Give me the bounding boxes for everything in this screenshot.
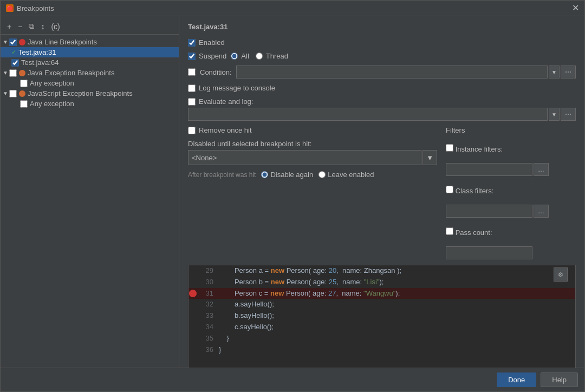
pass-count-input[interactable] [446, 246, 532, 259]
class-filter-btn[interactable]: … [534, 205, 549, 218]
line-content-30: Person b = new Person( age: 25, name: "L… [219, 277, 575, 288]
item-label-test31: Test.java:31 [18, 48, 56, 56]
condition-input[interactable] [236, 66, 548, 79]
filters-title: Filters [446, 126, 576, 134]
suspend-thread-input[interactable] [256, 53, 263, 60]
condition-options-btn[interactable]: ⋯ [561, 66, 576, 79]
log-message-label[interactable]: Log message to console [188, 84, 275, 92]
enabled-row: Enabled [188, 38, 576, 47]
main-content: + − ⧉ ↕ (c) ▼ Java Line Breakpoints ✓ Te… [1, 16, 584, 368]
pass-count-text: Pass count: [456, 228, 492, 237]
evaluate-checkbox[interactable] [188, 98, 196, 106]
enabled-checkbox[interactable] [188, 39, 196, 47]
suspend-all-input[interactable] [231, 53, 238, 60]
item-label-any-ex1: Any exception [30, 79, 74, 87]
group-checkbox-java-exception[interactable] [9, 69, 17, 77]
evaluate-input[interactable] [188, 108, 548, 121]
close-button[interactable]: ✕ [572, 4, 579, 12]
suspend-all-radio[interactable]: All [231, 52, 249, 60]
line-content-32: a.sayHello(); [219, 299, 575, 310]
code-line-34: 34 c.sayHello(); [188, 322, 575, 333]
tree-item-any-ex2[interactable]: Any exception [1, 99, 179, 109]
group-checkbox-java-line[interactable] [9, 38, 17, 46]
class-filter-text: Class filters: [456, 187, 494, 195]
condition-dropdown-btn[interactable]: ▼ [549, 66, 560, 79]
group-checkbox-js-exception[interactable] [9, 90, 17, 97]
condition-checkbox[interactable] [188, 68, 196, 76]
after-hit-row: After breakpoint was hit Disable again L… [188, 171, 437, 179]
remove-once-label[interactable]: Remove once hit [188, 126, 252, 134]
log-message-text: Log message to console [199, 84, 275, 92]
line-content-35: } [219, 333, 575, 344]
evaluate-options-btn[interactable]: ⋯ [561, 108, 576, 121]
line-num-31: 31 [197, 288, 219, 299]
suspend-checkbox[interactable] [188, 53, 196, 60]
item-checkbox-any-ex1[interactable] [20, 80, 28, 87]
disabled-until-dropdown[interactable]: ▼ [422, 150, 437, 165]
pass-count-label[interactable]: Pass count: [446, 227, 492, 237]
code-options-btn[interactable]: ⚙ [554, 267, 568, 282]
disabled-until-input[interactable] [188, 150, 421, 165]
class-filter-input[interactable] [446, 205, 532, 218]
instance-filter-input[interactable] [446, 163, 532, 176]
remove-once-text: Remove once hit [199, 126, 252, 134]
disable-again-radio[interactable]: Disable again [261, 171, 313, 179]
tree-item-test31[interactable]: ✓ Test.java:31 [1, 47, 179, 57]
condition-checkbox-label[interactable] [188, 68, 196, 76]
move-button[interactable]: ↕ [38, 21, 47, 32]
evaluate-label[interactable]: Evaluate and log: [188, 97, 253, 106]
line-content-34: c.sayHello(); [219, 322, 575, 333]
item-checkbox-test64[interactable] [11, 59, 19, 67]
copy-button[interactable]: ⧉ [27, 21, 36, 32]
evaluate-dropdown-btn[interactable]: ▼ [549, 108, 560, 121]
log-message-row: Log message to console [188, 84, 576, 92]
check-icon: ✓ [11, 49, 16, 56]
suspend-label[interactable]: Suspend [188, 52, 226, 60]
log-message-checkbox[interactable] [188, 84, 196, 92]
leave-enabled-input[interactable] [318, 171, 326, 178]
pass-count-checkbox[interactable] [446, 227, 453, 235]
add-button[interactable]: + [5, 21, 14, 32]
instance-filter-row: Instance filters: [446, 144, 576, 153]
suspend-text: Suspend [199, 52, 226, 60]
class-filter-label[interactable]: Class filters: [446, 186, 493, 195]
done-button[interactable]: Done [497, 373, 536, 387]
tree-group-java-line[interactable]: ▼ Java Line Breakpoints [1, 37, 179, 47]
dialog-title: Breakpoints [17, 4, 54, 12]
item-checkbox-any-ex2[interactable] [20, 100, 28, 108]
filter-button[interactable]: (c) [49, 21, 62, 32]
tree-group-js-exception[interactable]: ▼ JavaScript Exception Breakpoints [1, 88, 179, 99]
instance-filter-checkbox[interactable] [446, 144, 453, 152]
class-filter-row: Class filters: [446, 186, 576, 195]
disable-again-label: Disable again [270, 171, 313, 179]
tree-item-any-ex1[interactable]: Any exception [1, 78, 179, 88]
code-line-35: 35 } [188, 333, 575, 344]
help-button[interactable]: Help [541, 373, 578, 387]
bp-dot-icon [19, 39, 25, 45]
line-content-29: Person a = new Person( age: 20, name: Zh… [219, 265, 575, 277]
remove-button[interactable]: − [16, 21, 24, 32]
line-num-30: 30 [197, 277, 219, 288]
instance-filter-btn[interactable]: … [534, 163, 549, 176]
item-label-any-ex2: Any exception [30, 100, 74, 108]
title-bar-left: 🔴 Breakpoints [6, 4, 54, 12]
line-content-33: b.sayHello(); [219, 310, 575, 322]
line-num-29: 29 [197, 265, 219, 277]
instance-filter-label[interactable]: Instance filters: [446, 144, 503, 153]
bp-dot-orange-icon [19, 70, 25, 76]
suspend-thread-radio[interactable]: Thread [256, 52, 288, 60]
after-hit-label: After breakpoint was hit [188, 171, 256, 179]
expand-arrow3: ▼ [3, 90, 9, 96]
line-num-33: 33 [197, 310, 219, 322]
tree-item-test64[interactable]: Test.java:64 [1, 57, 179, 68]
enabled-label[interactable]: Enabled [188, 38, 225, 47]
right-panel: Test.java:31 Enabled Suspend All [179, 16, 584, 368]
tree-group-java-exception[interactable]: ▼ Java Exception Breakpoints [1, 68, 179, 78]
class-filter-checkbox[interactable] [446, 186, 453, 193]
dialog-icon: 🔴 [6, 4, 14, 12]
group-label-java-line: Java Line Breakpoints [28, 38, 97, 46]
disable-again-input[interactable] [261, 171, 268, 178]
remove-once-checkbox[interactable] [188, 127, 196, 134]
leave-enabled-radio[interactable]: Leave enabled [318, 171, 374, 179]
code-section: 29 Person a = new Person( age: 20, name:… [188, 265, 576, 368]
